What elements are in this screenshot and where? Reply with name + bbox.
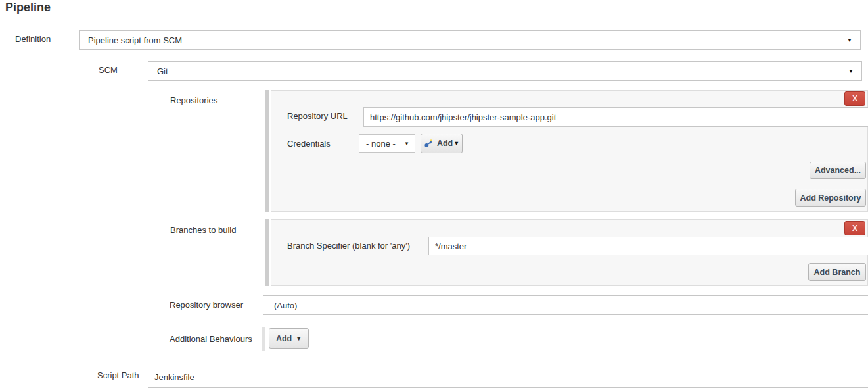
scm-select-value: Git [157, 66, 168, 76]
repository-browser-select-value: (Auto) [274, 301, 297, 310]
branch-drag-handle[interactable] [265, 219, 269, 286]
chevron-down-icon: ▼ [296, 335, 302, 342]
behaviours-drag-handle [262, 327, 265, 351]
chevron-down-icon: ▼ [453, 140, 459, 147]
branch-specifier-input[interactable] [428, 237, 868, 255]
chevron-down-icon: ▼ [848, 68, 854, 74]
repository-browser-select[interactable]: (Auto) ▼ [263, 295, 868, 315]
branch-specifier-label: Branch Specifier (blank for 'any') [287, 241, 410, 251]
credentials-select-value: - none - [366, 139, 396, 149]
key-icon [424, 139, 434, 149]
credentials-label: Credentials [287, 139, 331, 149]
add-behaviour-button[interactable]: Add ▼ [269, 328, 309, 349]
branches-to-build-label: Branches to build [170, 225, 236, 235]
definition-select[interactable]: Pipeline script from SCM ▼ [79, 30, 861, 50]
script-path-input[interactable] [148, 366, 868, 388]
repository-url-input[interactable] [363, 107, 868, 127]
add-credentials-button[interactable]: Add ▼ [421, 134, 463, 153]
script-path-label: Script Path [97, 370, 139, 380]
definition-label: Definition [15, 34, 51, 44]
repositories-label: Repositories [170, 95, 217, 105]
scm-label: SCM [99, 65, 118, 75]
add-repository-button[interactable]: Add Repository [795, 189, 866, 207]
scm-select[interactable]: Git ▼ [148, 61, 862, 81]
pipeline-config-page: Pipeline Definition Pipeline script from… [0, 0, 868, 390]
delete-repository-button[interactable]: X [844, 91, 865, 106]
add-behaviour-label: Add [276, 334, 292, 343]
chevron-down-icon: ▼ [404, 141, 409, 147]
add-credentials-label: Add [437, 139, 453, 148]
advanced-button[interactable]: Advanced... [810, 162, 866, 179]
credentials-select[interactable]: - none - ▼ [359, 134, 415, 153]
repository-url-label: Repository URL [287, 111, 348, 121]
add-branch-button[interactable]: Add Branch [808, 263, 866, 281]
additional-behaviours-label: Additional Behaviours [170, 334, 252, 344]
page-title: Pipeline [5, 1, 51, 14]
repository-browser-label: Repository browser [170, 300, 243, 310]
definition-select-value: Pipeline script from SCM [88, 36, 182, 45]
repository-drag-handle[interactable] [265, 90, 269, 212]
delete-branch-button[interactable]: X [844, 221, 865, 235]
chevron-down-icon: ▼ [847, 37, 852, 43]
